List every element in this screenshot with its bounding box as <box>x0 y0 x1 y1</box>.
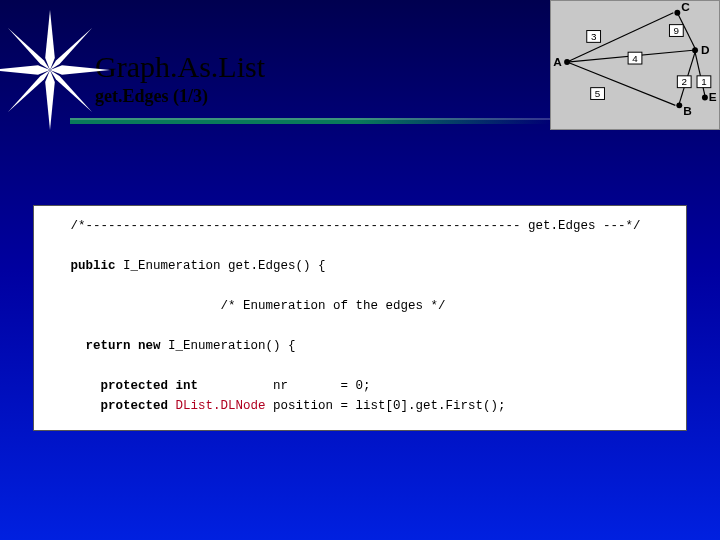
code-keyword: return new <box>48 339 161 353</box>
code-keyword: protected int <box>48 379 198 393</box>
svg-point-17 <box>676 102 682 108</box>
svg-marker-7 <box>50 70 92 112</box>
code-type: DList.DLNode <box>168 399 266 413</box>
edge-weight: 1 <box>701 76 706 87</box>
node-c-label: C <box>681 1 690 14</box>
svg-marker-6 <box>8 70 50 112</box>
code-keyword: protected <box>48 399 168 413</box>
node-b-label: B <box>683 104 692 118</box>
code-comment: /* Enumeration of the edges */ <box>48 299 446 313</box>
edge-weight: 2 <box>681 76 686 87</box>
edge-weight: 4 <box>632 53 638 64</box>
node-d-label: D <box>701 43 710 57</box>
svg-point-18 <box>702 95 708 101</box>
edge-weight: 3 <box>591 31 597 42</box>
svg-point-14 <box>564 59 570 65</box>
svg-point-15 <box>674 10 680 16</box>
svg-marker-0 <box>45 10 55 70</box>
code-comment: /*--------------------------------------… <box>48 219 641 233</box>
code-text: position = list[0].get.First(); <box>266 399 506 413</box>
svg-marker-2 <box>0 65 50 75</box>
code-text: I_Enumeration get.Edges() { <box>116 259 326 273</box>
edge-weight: 5 <box>595 88 601 99</box>
svg-marker-5 <box>50 28 92 70</box>
code-panel: /*--------------------------------------… <box>33 205 687 431</box>
svg-marker-3 <box>50 65 110 75</box>
code-text: nr = 0; <box>198 379 371 393</box>
svg-line-8 <box>567 13 673 62</box>
svg-marker-4 <box>8 28 50 70</box>
title-divider <box>70 118 550 124</box>
edge-weight: 9 <box>674 25 679 36</box>
node-a-label: A <box>553 55 562 69</box>
graph-thumbnail: A C D B E 3 9 4 2 1 5 <box>550 0 720 130</box>
svg-marker-1 <box>45 70 55 130</box>
svg-line-13 <box>695 52 705 95</box>
node-e-label: E <box>709 90 717 104</box>
svg-point-16 <box>692 47 698 53</box>
starburst-icon <box>0 10 110 130</box>
svg-line-10 <box>567 62 675 105</box>
code-keyword: public <box>48 259 116 273</box>
code-text: I_Enumeration() { <box>161 339 296 353</box>
